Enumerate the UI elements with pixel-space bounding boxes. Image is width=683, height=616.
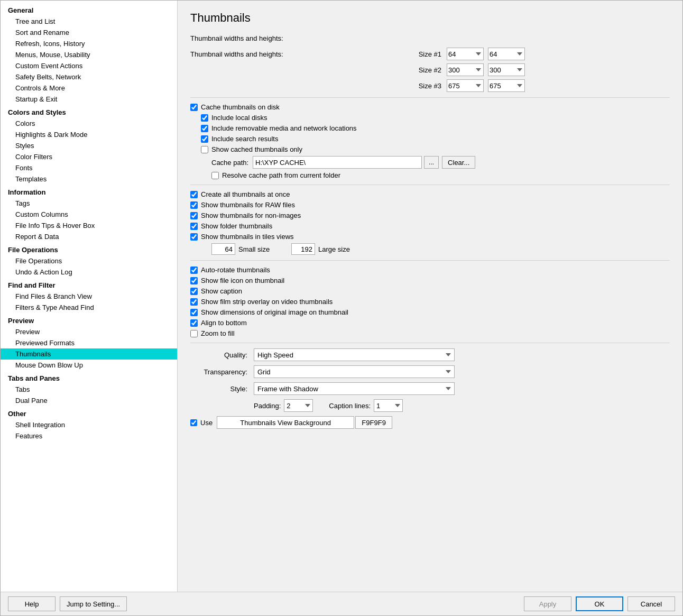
transparency-select[interactable]: GridWhiteBlackCheckerboard <box>254 365 455 378</box>
cache-browse-button[interactable]: ... <box>424 156 439 169</box>
cb_autorotate-checkbox[interactable] <box>190 266 198 274</box>
cb_zoom-checkbox[interactable] <box>190 330 198 337</box>
sidebar-item-tabs[interactable]: Tabs <box>1 384 177 395</box>
cb_align_bottom-checkbox[interactable] <box>190 319 198 327</box>
cancel-button[interactable]: Cancel <box>627 596 675 611</box>
check-row-cb_filmstrip: Show film strip overlay on video thumbna… <box>190 298 670 306</box>
sidebar-item-templates[interactable]: Templates <box>1 173 177 185</box>
size-w-1[interactable]: 324864961281922563005126751024 <box>447 48 484 60</box>
size-w-3[interactable]: 324864961281922563005126751024 <box>447 79 484 92</box>
use-checkbox[interactable] <box>190 419 197 426</box>
cb_tiles-checkbox[interactable] <box>190 233 198 241</box>
checkboxes2: Create all thumbnails at onceShow thumbn… <box>190 190 670 241</box>
sidebar-item-menus--mouse--usability[interactable]: Menus, Mouse, Usability <box>1 49 177 60</box>
cb_filmstrip-checkbox[interactable] <box>190 298 198 306</box>
main-content: Thumbnails Thumbnail widths and heights:… <box>178 1 682 592</box>
apply-button[interactable]: Apply <box>524 596 571 611</box>
cache-clear-button[interactable]: Clear... <box>442 156 475 169</box>
cache-checkboxes: Cache thumbnails on diskInclude local di… <box>190 103 670 153</box>
size-row-2: Size #2324864961281922563005126751024324… <box>190 63 670 76</box>
cb_nonimage-checkbox[interactable] <box>190 212 198 219</box>
size-name-3: Size #3 <box>412 82 447 90</box>
sidebar-item-sort-and-rename[interactable]: Sort and Rename <box>1 27 177 38</box>
sidebar-item-dual-pane[interactable]: Dual Pane <box>1 395 177 406</box>
help-button[interactable]: Help <box>8 596 56 611</box>
check-row-cb_tiles: Show thumbnails in tiles views <box>190 233 670 241</box>
resolve-cache-checkbox[interactable] <box>211 172 219 179</box>
sidebar-item-controls---more[interactable]: Controls & More <box>1 82 177 94</box>
sidebar-group-find-and-filter: Find and Filter <box>1 279 177 291</box>
quality-select[interactable]: High SpeedHigh QualityBest Quality <box>254 348 455 361</box>
cb_autorotate-label: Auto-rotate thumbnails <box>201 266 270 274</box>
sidebar-item-tree-and-list[interactable]: Tree and List <box>1 16 177 27</box>
sidebar-item-styles[interactable]: Styles <box>1 140 177 151</box>
sidebar-group-preview: Preview <box>1 314 177 326</box>
cb_local-checkbox[interactable] <box>201 114 208 122</box>
cb_tiles-label: Show thumbnails in tiles views <box>201 233 294 241</box>
caption-lines-select[interactable]: 1234 <box>374 399 403 412</box>
resolve-cache-label: Resolve cache path from current folder <box>222 171 340 179</box>
check-row-cb_fileicon: Show file icon on thumbnail <box>190 277 670 284</box>
check-row-cb_create_all: Create all thumbnails at once <box>190 190 670 198</box>
size-row-1: Thumbnail widths and heights:Size #13248… <box>190 48 670 60</box>
sidebar-item-custom-columns[interactable]: Custom Columns <box>1 209 177 220</box>
small-size-input[interactable] <box>211 243 235 255</box>
size-h-3[interactable]: 324864961281922563005126751024 <box>488 79 525 92</box>
sidebar-item-preview[interactable]: Preview <box>1 326 177 337</box>
cb_caption-checkbox[interactable] <box>190 288 198 295</box>
sidebar-item-file-operations[interactable]: File Operations <box>1 255 177 266</box>
sidebar-item-fonts[interactable]: Fonts <box>1 162 177 173</box>
sidebar-item-undo---action-log[interactable]: Undo & Action Log <box>1 266 177 278</box>
sidebar-item-report---data[interactable]: Report & Data <box>1 231 177 242</box>
cb_align_bottom-label: Align to bottom <box>201 319 247 327</box>
cb_folder-checkbox[interactable] <box>190 223 198 230</box>
sidebar-item-thumbnails[interactable]: Thumbnails <box>1 348 177 360</box>
check-row-cb_cache: Cache thumbnails on disk <box>190 103 670 111</box>
sidebar-item-filters---type-ahead-find[interactable]: Filters & Type Ahead Find <box>1 302 177 313</box>
size-w-2[interactable]: 324864961281922563005126751024 <box>447 63 484 76</box>
cb_cached_only-checkbox[interactable] <box>201 146 208 153</box>
sidebar-item-features[interactable]: Features <box>1 430 177 442</box>
cb_create_all-checkbox[interactable] <box>190 191 198 198</box>
sidebar-item-mouse-down-blow-up[interactable]: Mouse Down Blow Up <box>1 360 177 371</box>
sidebar-item-safety-belts--network[interactable]: Safety Belts, Network <box>1 71 177 82</box>
sidebar-item-file-info-tips---hover-box[interactable]: File Info Tips & Hover Box <box>1 220 177 231</box>
cb_removable-checkbox[interactable] <box>201 125 208 132</box>
sidebar-group-tabs-and-panes: Tabs and Panes <box>1 372 177 384</box>
sidebar-item-refresh--icons--history[interactable]: Refresh, Icons, History <box>1 38 177 49</box>
footer-left: Help Jump to Setting... <box>8 596 127 611</box>
cb_cache-checkbox[interactable] <box>190 104 198 111</box>
cb_folder-label: Show folder thumbnails <box>201 222 272 230</box>
tile-size-row: Small size Large size <box>190 243 670 255</box>
sidebar-item-colors[interactable]: Colors <box>1 118 177 129</box>
color-box[interactable]: F9F9F9 <box>355 416 392 429</box>
padding-select[interactable]: 012345 <box>284 399 313 412</box>
quality-row: Quality: High SpeedHigh QualityBest Qual… <box>190 348 670 361</box>
large-size-input[interactable] <box>291 243 315 255</box>
size-name-2: Size #2 <box>412 66 447 74</box>
sidebar-item-shell-integration[interactable]: Shell Integration <box>1 419 177 430</box>
cb_dimensions-checkbox[interactable] <box>190 309 198 316</box>
cache-path-input[interactable] <box>253 156 422 169</box>
jump-button[interactable]: Jump to Setting... <box>60 596 127 611</box>
cb_raw-checkbox[interactable] <box>190 201 198 209</box>
check-row-cb_align_bottom: Align to bottom <box>190 319 670 327</box>
size-section: Thumbnail widths and heights: <box>190 34 670 42</box>
sidebar-item-startup---exit[interactable]: Startup & Exit <box>1 94 177 105</box>
style-select[interactable]: Frame with ShadowFrameShadowNone <box>254 382 455 395</box>
cb_fileicon-checkbox[interactable] <box>190 277 198 284</box>
checkboxes3: Auto-rotate thumbnailsShow file icon on … <box>190 266 670 337</box>
cache-path-label: Cache path: <box>211 159 248 167</box>
sidebar-item-tags[interactable]: Tags <box>1 198 177 209</box>
sidebar-group-information: Information <box>1 186 177 198</box>
cb_search-checkbox[interactable] <box>201 135 208 143</box>
ok-button[interactable]: OK <box>576 596 623 611</box>
sidebar-item-color-filters[interactable]: Color Filters <box>1 151 177 162</box>
sidebar-item-custom-event-actions[interactable]: Custom Event Actions <box>1 60 177 71</box>
bg-button[interactable]: Thumbnails View Background <box>217 416 354 429</box>
sidebar-item-find-files---branch-view[interactable]: Find Files & Branch View <box>1 291 177 302</box>
size-h-2[interactable]: 324864961281922563005126751024 <box>488 63 525 76</box>
size-h-1[interactable]: 324864961281922563005126751024 <box>488 48 525 60</box>
sidebar-item-previewed-formats[interactable]: Previewed Formats <box>1 337 177 348</box>
sidebar-item-highlights---dark-mode[interactable]: Highlights & Dark Mode <box>1 129 177 140</box>
